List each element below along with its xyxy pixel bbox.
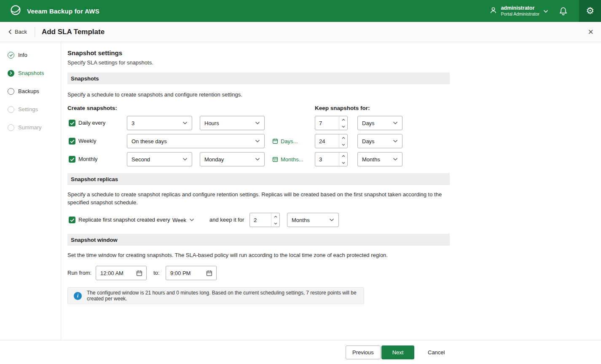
weekly-days-value: On these days [131, 138, 167, 145]
chevron-down-icon [182, 158, 188, 161]
step-label: Info [18, 52, 27, 58]
info-icon: i [74, 292, 82, 300]
spinner-up-icon[interactable] [271, 213, 279, 220]
step-circle-icon [8, 88, 14, 95]
spinner-arrows [271, 213, 279, 227]
run-to-time-value: 9:00 PM [170, 270, 190, 276]
top-bar: Veeam Backup for AWS administrator Porta… [0, 0, 601, 22]
keep-snapshots-label: Keep snapshots for: [315, 105, 370, 111]
chevron-down-icon [393, 158, 398, 161]
brand: Veeam Backup for AWS [0, 5, 99, 17]
back-button[interactable]: Back [0, 22, 35, 42]
content-subtitle: Specify SLA settings for snapshots. [67, 59, 153, 66]
step-backups[interactable]: Backups [0, 82, 61, 100]
step-label: Snapshots [18, 70, 44, 76]
step-label: Backups [18, 88, 39, 94]
weekly-keep-unit-dropdown[interactable]: Days [357, 134, 402, 148]
monthly-day-dropdown[interactable]: Monday [200, 152, 265, 166]
daily-keep-unit-value: Days [362, 120, 375, 126]
step-circle-icon [8, 106, 14, 113]
replicate-label: Replicate first snapshot created every [78, 213, 170, 227]
chevron-down-icon [255, 139, 260, 143]
checkbox-monthly[interactable] [69, 156, 75, 163]
checkbox-replicate[interactable] [69, 217, 75, 223]
user-role: Portal Administrator [501, 11, 539, 17]
previous-button[interactable]: Previous [346, 345, 381, 359]
spinner-arrows [339, 153, 347, 166]
step-settings: Settings [0, 100, 61, 118]
spinner-down-icon[interactable] [271, 220, 279, 227]
spinner-down-icon[interactable] [339, 123, 347, 130]
step-label: Settings [18, 106, 38, 112]
window-description: Set the time window for creating snapsho… [67, 251, 449, 259]
run-to-time-input[interactable]: 9:00 PM [166, 266, 217, 280]
run-from-time-input[interactable]: 12:00 AM [96, 266, 147, 280]
create-snapshots-label: Create snapshots: [67, 105, 117, 111]
spinner-down-icon[interactable] [339, 159, 347, 166]
bell-icon [559, 7, 567, 16]
run-from-label: Run from: [67, 266, 91, 280]
user-name: administrator [501, 5, 539, 12]
replicas-description: Specify a schedule to create snapshot re… [67, 190, 449, 206]
monthly-keep-unit-dropdown[interactable]: Months [357, 152, 402, 166]
monthly-months-link-label: Months... [281, 156, 303, 163]
page-title: Add SLA Template [42, 28, 105, 36]
cancel-button[interactable]: Cancel [421, 345, 451, 359]
step-current-arrow-icon [8, 70, 14, 77]
next-button[interactable]: Next [381, 345, 414, 359]
spinner-down-icon[interactable] [339, 141, 347, 148]
chevron-down-icon [182, 121, 188, 125]
replica-frequency-dropdown[interactable]: Week [172, 213, 194, 227]
step-snapshots[interactable]: Snapshots [0, 64, 61, 82]
daily-interval-value: 3 [131, 120, 134, 126]
veeam-logo-icon [10, 5, 21, 17]
chevron-down-icon [393, 121, 398, 125]
chevron-down-icon [543, 7, 548, 15]
user-menu[interactable]: administrator Portal Administrator [490, 5, 548, 17]
calendar-icon [206, 270, 212, 276]
spinner-up-icon[interactable] [339, 153, 347, 159]
spinner-up-icon[interactable] [339, 116, 347, 123]
replica-keep-value: 2 [250, 213, 271, 227]
weekly-days-dropdown[interactable]: On these days [127, 134, 265, 148]
step-label: Summary [18, 124, 42, 131]
check-icon [70, 158, 75, 161]
notifications-button[interactable] [559, 7, 567, 16]
spinner-up-icon[interactable] [339, 134, 347, 141]
chevron-down-icon [329, 218, 334, 222]
back-chevron-icon [8, 29, 12, 35]
close-icon[interactable]: × [588, 27, 593, 37]
monthly-months-link[interactable]: Months... [272, 152, 303, 166]
weekly-keep-spinner[interactable]: 24 [315, 134, 348, 148]
daily-keep-value: 7 [315, 116, 339, 130]
daily-interval-dropdown[interactable]: 3 [127, 116, 192, 130]
daily-label: Daily every [78, 116, 105, 130]
checkbox-weekly[interactable] [69, 138, 75, 145]
calendar-icon [136, 270, 142, 276]
replica-keep-spinner[interactable]: 2 [250, 213, 280, 227]
wizard-sidebar: Info Snapshots Backups Settings Summary [0, 42, 61, 340]
user-icon [490, 7, 497, 16]
snapshots-description: Specify a schedule to create snapshots a… [67, 91, 242, 99]
monthly-ordinal-dropdown[interactable]: Second [127, 152, 192, 166]
step-summary: Summary [0, 118, 61, 136]
chevron-down-icon [393, 139, 398, 143]
daily-unit-dropdown[interactable]: Hours [200, 116, 265, 130]
chevron-down-icon [255, 158, 260, 161]
settings-button[interactable]: ⚙ [579, 0, 601, 22]
monthly-keep-value: 3 [315, 153, 339, 166]
replica-keep-unit-dropdown[interactable]: Months [287, 213, 339, 227]
section-header-snapshots: Snapshots [67, 72, 450, 84]
replica-keep-unit-value: Months [292, 217, 310, 223]
monthly-keep-spinner[interactable]: 3 [315, 152, 348, 166]
monthly-label: Monthly [78, 152, 98, 166]
weekly-days-link[interactable]: Days... [272, 134, 298, 148]
step-info[interactable]: Info [0, 46, 61, 64]
section-header-replicas: Snapshot replicas [67, 173, 450, 185]
check-icon [70, 139, 75, 143]
daily-keep-unit-dropdown[interactable]: Days [357, 116, 402, 130]
checkbox-daily[interactable] [69, 120, 75, 126]
daily-keep-spinner[interactable]: 7 [315, 116, 348, 130]
spinner-arrows [339, 134, 347, 148]
page-header: Back Add SLA Template × [0, 22, 601, 42]
